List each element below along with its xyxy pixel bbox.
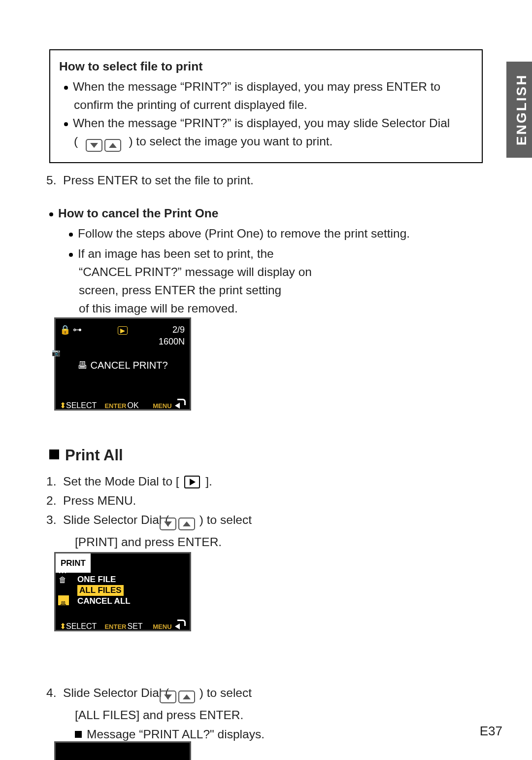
cancel-bullet-2: If an image has been set to print, the “… xyxy=(69,244,325,317)
step-2: 2. Press MENU. xyxy=(60,491,305,510)
cancel-heading: How to cancel the Print One xyxy=(49,204,483,222)
cancel-section: How to cancel the Print One Follow the s… xyxy=(49,204,483,411)
text: ) to select xyxy=(196,513,252,526)
text: ( xyxy=(74,135,81,148)
lcd-message: 🖶CANCEL PRINT? xyxy=(56,356,190,375)
text: If an image has been set to print, the xyxy=(78,247,274,260)
text: ) to select xyxy=(196,686,252,699)
selector-dial-icon xyxy=(85,135,122,153)
lcd-cancel-print: 🔒 ⊶ ▶ 2/9 1600N 📷 🖶CANCEL PRINT? ⬍SELECT… xyxy=(54,317,191,411)
lcd-print-all: 🖶PRINT ALL? ENTEROK MENU xyxy=(54,741,191,760)
step-3b: [PRINT] and press ENTER. xyxy=(75,533,305,551)
menu-label: MENU xyxy=(152,402,172,410)
text: Follow the steps above (Print One) to re… xyxy=(78,227,410,240)
print-all-heading: Print All xyxy=(49,446,483,464)
step-line: 5. Press ENTER to set the file to print. xyxy=(60,171,483,189)
select-label: SELECT xyxy=(66,622,97,630)
bullet-icon xyxy=(64,116,73,130)
step-4c: Message “PRINT ALL?" displays. xyxy=(75,725,305,743)
heading-text: How to cancel the Print One xyxy=(58,207,218,220)
box-bullet-2: When the message “PRINT?” is displayed, … xyxy=(64,114,473,132)
playback-mode-icon xyxy=(184,476,200,488)
box-title: How to select file to print xyxy=(59,57,473,75)
steps-1-3: 1. Set the Mode Dial to [ ]. 2. Press ME… xyxy=(49,471,305,552)
text: screen, press ENTER the print setting xyxy=(79,283,281,297)
back-icon xyxy=(175,402,186,409)
bullet-icon xyxy=(69,227,78,240)
select-label: SELECT xyxy=(66,401,97,410)
text: of this image will be removed. xyxy=(79,302,238,315)
down-icon xyxy=(160,691,176,703)
step-4a: 4. Slide Selector Dial ( ) to select xyxy=(60,684,305,705)
lcd-footer: ⬍SELECT ENTEROK MENU xyxy=(60,396,190,407)
square-icon xyxy=(75,727,87,741)
text: ) to select the image you want to print. xyxy=(126,135,333,148)
enter-label: ENTER xyxy=(103,402,127,410)
menu-item-one-file: ONE FILE xyxy=(77,574,131,585)
text: 1. Set the Mode Dial to [ xyxy=(46,475,182,488)
box-bullet-2-cont: ( ) to select the image you want to prin… xyxy=(74,132,473,153)
up-icon xyxy=(104,139,121,152)
text: When the message “PRINT?” is displayed, … xyxy=(73,116,450,130)
cancel-bullet-2-wrap: If an image has been set to print, the “… xyxy=(49,242,483,411)
text: CANCEL PRINT? xyxy=(90,360,167,371)
lcd-topbar: 🔒 ⊶ ▶ 2/9 xyxy=(56,321,190,333)
updown-icon: ⬍ xyxy=(60,401,66,410)
heading-text: Print All xyxy=(65,447,123,464)
text: 3. Slide Selector Dial ( xyxy=(46,513,172,526)
box-bullet-1: When the message “PRINT?” is displayed, … xyxy=(64,77,473,96)
step-4-wrap: 4. Slide Selector Dial ( ) to select [AL… xyxy=(49,683,483,760)
back-icon xyxy=(175,622,186,629)
spacer xyxy=(49,631,483,683)
how-to-select-box: How to select file to print When the mes… xyxy=(49,49,483,163)
enter-label: ENTER xyxy=(103,623,127,630)
manual-page: ENGLISH How to select file to print When… xyxy=(0,0,532,760)
selector-dial-icon xyxy=(172,687,196,705)
box-bullet-1-cont: confirm the printing of current displaye… xyxy=(74,96,473,114)
bullet-icon xyxy=(64,80,73,93)
step-5: 5. Press ENTER to set the file to print. xyxy=(49,171,483,189)
step-3: 3. Slide Selector Dial ( ) to select xyxy=(60,511,305,532)
page-number: E37 xyxy=(480,722,502,740)
text: Message “PRINT ALL?" displays. xyxy=(87,727,265,741)
lcd-print-menu: PRINT 🖼🗑 ONE FILE ALL FILES CANCEL ALL ⬍… xyxy=(54,552,191,631)
bullet-icon xyxy=(69,247,78,260)
text: 4. Slide Selector Dial ( xyxy=(46,686,172,699)
selector-dial-icon xyxy=(172,514,196,532)
cancel-bullet-1: Follow the steps above (Print One) to re… xyxy=(69,224,483,242)
language-tab: ENGLISH xyxy=(506,62,532,158)
text: “CANCEL PRINT?” message will display on xyxy=(79,265,312,278)
bullet-icon xyxy=(49,207,58,220)
step-4b: [ALL FILES] and press ENTER. xyxy=(75,706,305,724)
up-icon xyxy=(178,518,195,530)
down-icon xyxy=(160,518,176,530)
menu-label: MENU xyxy=(152,623,172,630)
menu-item-cancel-all: CANCEL ALL xyxy=(77,596,131,607)
text: ]. xyxy=(202,475,212,488)
text: When the message “PRINT?” is displayed, … xyxy=(73,80,440,93)
lcd-menu-items: ONE FILE ALL FILES CANCEL ALL xyxy=(77,574,131,607)
print-category-icon xyxy=(58,595,69,605)
menu-item-all-files: ALL FILES xyxy=(77,585,124,596)
square-icon xyxy=(49,447,65,464)
ok-label: OK xyxy=(127,401,138,410)
step-1: 1. Set the Mode Dial to [ ]. xyxy=(60,472,305,490)
lcd-footer: ⬍SELECT ENTERSET MENU xyxy=(60,617,190,628)
set-label: SET xyxy=(127,622,142,630)
print-all-steps: 1. Set the Mode Dial to [ ]. 2. Press ME… xyxy=(49,471,483,631)
side-icons: 🖼🗑 xyxy=(59,565,66,585)
print-icon: 🖶 xyxy=(77,360,87,371)
down-icon xyxy=(86,139,102,152)
page-content: How to select file to print When the mes… xyxy=(49,49,483,760)
up-icon xyxy=(178,691,195,703)
step-4: 4. Slide Selector Dial ( ) to select [AL… xyxy=(49,683,305,744)
updown-icon: ⬍ xyxy=(60,622,66,630)
